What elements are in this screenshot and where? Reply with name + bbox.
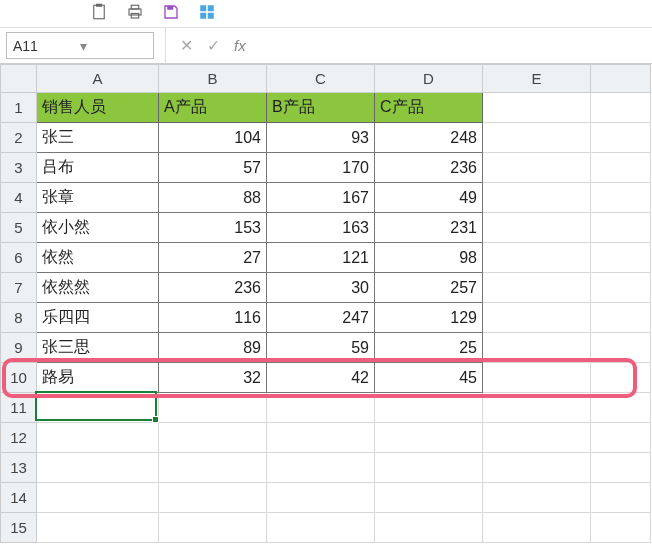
cell[interactable] [267,393,375,423]
row-header-8[interactable]: 8 [1,303,37,333]
cell[interactable] [483,393,591,423]
spreadsheet-grid[interactable]: ABCDE 1销售人员A产品B产品C产品2张三104932483吕布571702… [0,64,652,543]
cell[interactable] [483,453,591,483]
cell[interactable]: C产品 [375,93,483,123]
cell[interactable]: 170 [267,153,375,183]
column-header-overflow[interactable] [591,65,651,93]
cell[interactable]: 88 [159,183,267,213]
cell[interactable]: B产品 [267,93,375,123]
cell[interactable] [267,513,375,543]
cell[interactable]: 路易 [37,363,159,393]
cell[interactable]: 236 [159,273,267,303]
cell[interactable] [37,423,159,453]
cell[interactable]: 163 [267,213,375,243]
cell[interactable] [483,243,591,273]
column-header-E[interactable]: E [483,65,591,93]
cell[interactable]: 57 [159,153,267,183]
cell[interactable] [483,273,591,303]
cell[interactable] [483,303,591,333]
row-header-2[interactable]: 2 [1,123,37,153]
cell[interactable] [159,423,267,453]
layout-icon[interactable] [198,3,216,24]
cell[interactable] [37,453,159,483]
cell[interactable] [483,483,591,513]
cell[interactable] [159,483,267,513]
cell[interactable] [375,393,483,423]
cell[interactable] [483,213,591,243]
row-header-11[interactable]: 11 [1,393,37,423]
cell[interactable]: 153 [159,213,267,243]
cell[interactable] [375,423,483,453]
row-header-14[interactable]: 14 [1,483,37,513]
cell[interactable]: 吕布 [37,153,159,183]
cell[interactable]: 32 [159,363,267,393]
name-box[interactable]: A11 ▾ [6,32,154,59]
column-header-B[interactable]: B [159,65,267,93]
cell[interactable] [159,453,267,483]
cell[interactable]: 27 [159,243,267,273]
cell[interactable] [591,423,651,453]
cell[interactable]: 167 [267,183,375,213]
cell[interactable]: 依然然 [37,273,159,303]
cell[interactable]: 乐四四 [37,303,159,333]
cell[interactable] [591,393,651,423]
cell[interactable]: 依然 [37,243,159,273]
row-header-10[interactable]: 10 [1,363,37,393]
cell[interactable] [483,513,591,543]
cell[interactable]: 45 [375,363,483,393]
row-header-12[interactable]: 12 [1,423,37,453]
cell[interactable] [591,153,651,183]
cell[interactable]: 129 [375,303,483,333]
cell[interactable] [591,303,651,333]
cell[interactable]: 98 [375,243,483,273]
cell[interactable] [591,333,651,363]
cell[interactable] [483,93,591,123]
cell[interactable]: 116 [159,303,267,333]
cell[interactable] [483,333,591,363]
formula-input[interactable] [256,28,652,63]
row-header-13[interactable]: 13 [1,453,37,483]
cell[interactable] [483,123,591,153]
cell[interactable] [375,453,483,483]
cell[interactable]: 236 [375,153,483,183]
cell[interactable]: 30 [267,273,375,303]
cell[interactable]: 247 [267,303,375,333]
column-header-A[interactable]: A [37,65,159,93]
paste-icon[interactable] [90,3,108,24]
cell[interactable]: 257 [375,273,483,303]
cell[interactable] [591,213,651,243]
cell[interactable]: 张章 [37,183,159,213]
cell[interactable]: 59 [267,333,375,363]
cell[interactable] [267,453,375,483]
cell[interactable] [37,393,159,423]
row-header-6[interactable]: 6 [1,243,37,273]
cell[interactable] [591,123,651,153]
cell[interactable] [37,513,159,543]
fx-label[interactable]: fx [234,37,256,54]
cell[interactable]: 依小然 [37,213,159,243]
cell[interactable] [591,483,651,513]
cell[interactable]: A产品 [159,93,267,123]
cell[interactable] [375,513,483,543]
cell[interactable] [591,453,651,483]
cell[interactable]: 销售人员 [37,93,159,123]
cell[interactable]: 42 [267,363,375,393]
cell[interactable] [375,483,483,513]
save-icon[interactable] [162,3,180,24]
cancel-icon[interactable]: ✕ [180,36,193,55]
cell[interactable] [483,153,591,183]
cell[interactable]: 248 [375,123,483,153]
cell[interactable] [267,423,375,453]
cell[interactable] [159,513,267,543]
cell[interactable]: 121 [267,243,375,273]
row-header-4[interactable]: 4 [1,183,37,213]
row-header-1[interactable]: 1 [1,93,37,123]
row-header-9[interactable]: 9 [1,333,37,363]
cell[interactable] [591,243,651,273]
accept-icon[interactable]: ✓ [207,36,220,55]
cell[interactable] [37,483,159,513]
row-header-3[interactable]: 3 [1,153,37,183]
cell[interactable] [591,183,651,213]
cell[interactable] [267,483,375,513]
row-header-7[interactable]: 7 [1,273,37,303]
